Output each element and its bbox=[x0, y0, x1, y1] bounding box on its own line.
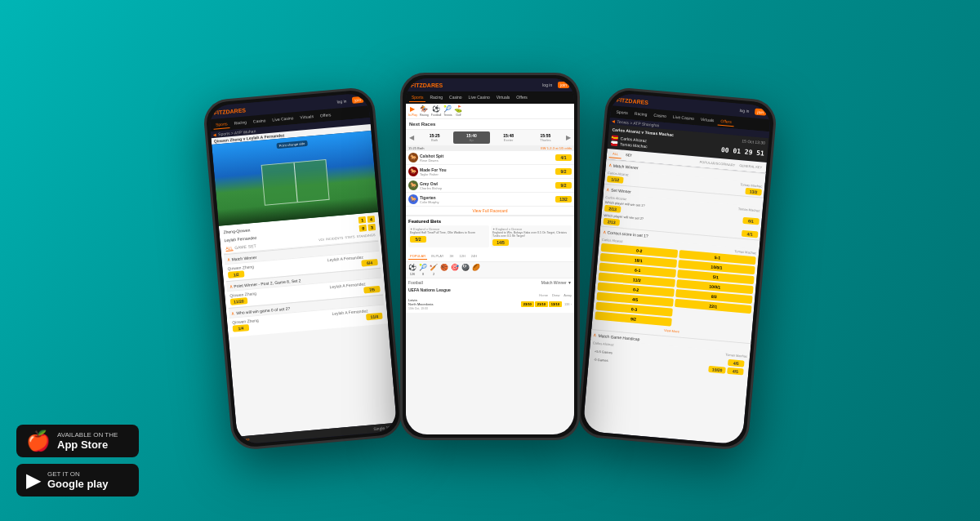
googleplay-badge[interactable]: ▶ Get it on Google play bbox=[16, 464, 139, 497]
nav-virtuals-left[interactable]: Virtuals bbox=[297, 112, 316, 122]
sport-tennis[interactable]: 🎾 Tennis bbox=[443, 105, 452, 117]
tab-popular[interactable]: POPULAR bbox=[408, 253, 427, 260]
darts-count-icon: 🎯 bbox=[451, 264, 459, 271]
tab-all-right[interactable]: ALL bbox=[609, 150, 622, 158]
mgh-carlos-header: Carlos Alcaraz bbox=[593, 341, 614, 346]
tab-set-left[interactable]: SET bbox=[248, 243, 256, 250]
nav-casino-right[interactable]: Casino bbox=[651, 111, 669, 122]
count-darts[interactable]: 🎯 bbox=[451, 264, 459, 276]
football-label: Football bbox=[408, 280, 423, 285]
football-count: 126 bbox=[410, 272, 416, 276]
count-rugby[interactable]: 🏉 bbox=[472, 264, 480, 276]
appstore-badge[interactable]: 🍎 Available on the App Store bbox=[16, 425, 139, 457]
nav-offers-right[interactable]: Offers bbox=[718, 117, 734, 127]
sport-golf[interactable]: ⛳ Golf bbox=[454, 105, 462, 117]
tab-inplay[interactable]: IN-PLAY bbox=[430, 253, 445, 260]
race-bath[interactable]: 15:25 Bath bbox=[416, 131, 452, 144]
nav-livecasino-center[interactable]: Live Casino bbox=[466, 93, 492, 102]
horse-odds-4[interactable]: 13/2 bbox=[555, 196, 572, 203]
nav-racing-left[interactable]: Racing bbox=[231, 118, 249, 128]
flag-spain bbox=[612, 135, 618, 140]
count-snooker[interactable]: 🎱 bbox=[461, 264, 470, 276]
race-thurles[interactable]: 15:55 Thurles bbox=[528, 131, 564, 144]
login-btn-right[interactable]: log in bbox=[737, 107, 752, 115]
nav-offers-center[interactable]: Offers bbox=[514, 93, 530, 102]
next-races-btn[interactable]: ▶ bbox=[564, 131, 572, 144]
tennis-court-visual: Point change side bbox=[212, 131, 378, 226]
gw-odds1[interactable]: 1/4 bbox=[233, 324, 250, 332]
latvia-draw-odds[interactable]: 21/10 bbox=[535, 301, 548, 307]
horse-odds-1[interactable]: 4/1 bbox=[555, 154, 572, 161]
gw-odds2[interactable]: 11/4 bbox=[366, 313, 383, 321]
join-btn-right[interactable]: join bbox=[755, 109, 766, 116]
sub-tab-general[interactable]: GENERAL KEY bbox=[737, 162, 764, 171]
sw-carlos-odds2[interactable]: 2/13 bbox=[603, 218, 620, 226]
login-btn-left[interactable]: log in bbox=[334, 97, 350, 105]
back-arrow-left[interactable]: ◀ bbox=[213, 132, 217, 137]
h-odds-1[interactable]: 4/5 bbox=[728, 359, 745, 367]
pw-odds2[interactable]: 7/5 bbox=[363, 286, 381, 294]
nav-virtuals-right[interactable]: Virtuals bbox=[697, 115, 716, 126]
tab-set-right[interactable]: SET bbox=[622, 152, 636, 160]
tab-game-left[interactable]: GAME bbox=[234, 244, 247, 251]
nav-virtuals-center[interactable]: Virtuals bbox=[494, 93, 513, 102]
tab-24h[interactable]: 24H bbox=[470, 253, 479, 260]
h-odds-2[interactable]: 19/20 bbox=[709, 366, 726, 374]
tab-all-left[interactable]: ALL bbox=[225, 245, 233, 252]
market-selector[interactable]: Match Winner ▼ bbox=[541, 280, 572, 285]
tab-incidents[interactable]: INCIDENTS bbox=[326, 236, 344, 243]
app-badges: 🍎 Available on the App Store ▶ Get it on… bbox=[16, 425, 139, 497]
h-odds-3[interactable]: 4/5 bbox=[727, 367, 744, 376]
tab-voi[interactable]: VOI bbox=[318, 238, 324, 244]
sw-carlos-odds1[interactable]: 2/13 bbox=[604, 205, 621, 213]
nav-racing-right[interactable]: Racing bbox=[631, 109, 649, 119]
mw-odds1[interactable]: 1/2 bbox=[228, 270, 245, 278]
nav-livecasino-right[interactable]: Live Casino bbox=[670, 113, 697, 124]
tab-12h[interactable]: 12H bbox=[458, 253, 467, 260]
race-ayr[interactable]: 15:40 Ayr bbox=[453, 131, 489, 144]
nav-casino-left[interactable]: Casino bbox=[251, 116, 269, 127]
mw-carlos-odds[interactable]: 1/12 bbox=[607, 176, 624, 184]
count-football[interactable]: ⚽ 126 bbox=[408, 264, 416, 276]
tab-3h[interactable]: 3H bbox=[448, 253, 455, 260]
tab-stats[interactable]: STATS bbox=[345, 234, 355, 241]
pw-odds1[interactable]: 11/20 bbox=[230, 297, 247, 305]
count-cricket[interactable]: 🏏 2 bbox=[430, 264, 438, 276]
nav-sports-center[interactable]: Sports bbox=[409, 93, 425, 102]
nav-sports-left[interactable]: Sports bbox=[213, 119, 230, 130]
horse-odds-2[interactable]: 9/2 bbox=[555, 168, 572, 175]
nav-casino-center[interactable]: Casino bbox=[447, 93, 465, 102]
view-full-link[interactable]: View Full Racecard bbox=[406, 207, 574, 215]
count-basketball[interactable]: 🏀 bbox=[440, 264, 448, 276]
join-btn-left[interactable]: join bbox=[352, 96, 363, 104]
nav-livecasino-left[interactable]: Live Casino bbox=[270, 114, 296, 125]
sport-football[interactable]: ⚽ Football bbox=[431, 105, 441, 117]
mw-odds2[interactable]: 6/4 bbox=[361, 259, 378, 267]
featured-odds-2[interactable]: 14/5 bbox=[492, 239, 509, 246]
featured-odds-1[interactable]: 5/2 bbox=[410, 236, 426, 243]
flag-czech bbox=[611, 140, 617, 146]
snooker-count-icon: 🎱 bbox=[461, 264, 470, 271]
nav-racing-center[interactable]: Racing bbox=[427, 93, 445, 102]
join-btn-center[interactable]: join bbox=[558, 82, 569, 88]
prev-races[interactable]: ◀ bbox=[408, 131, 416, 144]
phone-left-wrapper: FITZDARES log in join Sports Racing Casi… bbox=[203, 87, 404, 452]
sw-tomas-odds1[interactable]: 6/1 bbox=[742, 217, 760, 225]
login-btn-center[interactable]: log in bbox=[540, 82, 555, 88]
tab-standings[interactable]: STANDINGS bbox=[356, 233, 376, 240]
horse-odds-3[interactable]: 9/2 bbox=[555, 182, 572, 189]
race-exeter[interactable]: 15:48 Exeter bbox=[491, 131, 527, 144]
mw-tomas-odds[interactable]: 13/2 bbox=[745, 188, 762, 196]
score-2-1: 0 bbox=[359, 225, 367, 232]
sport-inplay[interactable]: ▶ In-Play bbox=[408, 105, 417, 117]
count-tennis[interactable]: 🎾 8 bbox=[419, 264, 427, 276]
sw-title-right: Set Winner bbox=[611, 187, 631, 194]
sport-racing[interactable]: 🏇 Racing bbox=[420, 105, 429, 117]
horse-row-1: 🐎 Calshot Spit Rose Dawes 4/1 bbox=[406, 151, 574, 165]
latvia-away-odds[interactable]: 13/10 bbox=[549, 301, 562, 307]
back-arrow-right[interactable]: ◀ bbox=[612, 118, 616, 123]
sw-tomas-odds2[interactable]: 4/1 bbox=[742, 230, 759, 238]
nav-offers-left[interactable]: Offers bbox=[318, 110, 334, 121]
latvia-home-odds[interactable]: 23/10 bbox=[521, 301, 534, 307]
nav-sports-right[interactable]: Sports bbox=[613, 107, 630, 118]
